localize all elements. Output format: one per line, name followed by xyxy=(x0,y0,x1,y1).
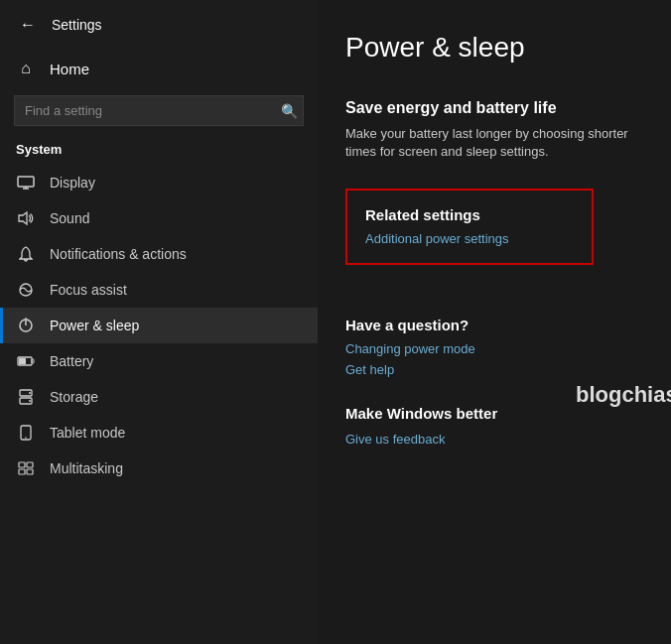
sidebar: ← Settings ⌂ Home 🔍 System Display xyxy=(0,0,318,644)
svg-point-12 xyxy=(29,392,31,394)
power-sleep-icon xyxy=(16,318,36,333)
main-content: Power & sleep Save energy and battery li… xyxy=(318,0,671,644)
save-energy-title: Save energy and battery life xyxy=(345,99,643,117)
multitasking-label: Multitasking xyxy=(50,460,123,476)
sidebar-item-storage[interactable]: Storage xyxy=(0,379,318,415)
focus-assist-label: Focus assist xyxy=(50,282,127,298)
page-title: Power & sleep xyxy=(345,32,643,64)
sidebar-item-battery[interactable]: Battery xyxy=(0,343,318,379)
give-feedback-link[interactable]: Give us feedback xyxy=(345,432,445,447)
home-nav-item[interactable]: ⌂ Home xyxy=(0,50,318,87)
display-icon xyxy=(16,176,36,190)
svg-rect-17 xyxy=(27,462,33,467)
back-icon: ← xyxy=(20,16,36,34)
back-button[interactable]: ← xyxy=(16,12,40,38)
storage-label: Storage xyxy=(50,389,98,405)
sidebar-item-tablet-mode[interactable]: Tablet mode xyxy=(0,415,318,451)
get-help-link[interactable]: Get help xyxy=(345,362,643,377)
svg-rect-19 xyxy=(27,469,33,474)
have-question-title: Have a question? xyxy=(345,317,643,333)
sound-icon xyxy=(16,211,36,225)
watermark: blogchiasekienthuc.com xyxy=(576,382,671,408)
focus-assist-icon xyxy=(16,282,36,298)
sidebar-item-power-sleep[interactable]: Power & sleep xyxy=(0,308,318,343)
svg-rect-8 xyxy=(32,359,34,363)
sidebar-item-multitasking[interactable]: Multitasking xyxy=(0,451,318,486)
question-links: Changing power mode Get help xyxy=(345,341,643,377)
home-label: Home xyxy=(50,61,89,77)
changing-power-mode-link[interactable]: Changing power mode xyxy=(345,341,643,356)
nav-list: Display Sound Notifications & actions xyxy=(0,165,318,644)
settings-title: Settings xyxy=(52,17,102,33)
save-energy-desc: Make your battery last longer by choosin… xyxy=(345,125,643,161)
svg-rect-0 xyxy=(18,177,34,187)
search-button[interactable]: 🔍 xyxy=(281,103,298,119)
search-input[interactable] xyxy=(14,95,304,126)
svg-marker-3 xyxy=(19,212,27,224)
svg-point-13 xyxy=(29,400,31,402)
home-icon: ⌂ xyxy=(16,60,36,77)
notifications-icon xyxy=(16,246,36,262)
sidebar-item-sound[interactable]: Sound xyxy=(0,200,318,236)
related-settings-title: Related settings xyxy=(365,206,574,223)
sidebar-item-display[interactable]: Display xyxy=(0,165,318,200)
tablet-mode-label: Tablet mode xyxy=(50,425,125,441)
svg-point-15 xyxy=(25,437,27,439)
battery-label: Battery xyxy=(50,353,93,369)
tablet-mode-icon xyxy=(16,425,36,441)
system-section-label: System xyxy=(0,136,318,165)
additional-power-settings-link[interactable]: Additional power settings xyxy=(365,231,509,246)
make-windows-better-title: Make Windows better xyxy=(345,405,643,422)
notifications-label: Notifications & actions xyxy=(50,246,187,262)
storage-icon xyxy=(16,389,36,405)
multitasking-icon xyxy=(16,461,36,475)
sound-label: Sound xyxy=(50,210,89,226)
display-label: Display xyxy=(50,175,95,191)
search-icon: 🔍 xyxy=(281,103,298,119)
svg-rect-9 xyxy=(19,358,26,364)
sidebar-header: ← Settings xyxy=(0,0,318,50)
sidebar-item-focus-assist[interactable]: Focus assist xyxy=(0,272,318,308)
sidebar-item-notifications[interactable]: Notifications & actions xyxy=(0,236,318,272)
power-sleep-label: Power & sleep xyxy=(50,318,139,333)
svg-rect-18 xyxy=(19,469,25,474)
related-settings-box: Related settings Additional power settin… xyxy=(345,189,594,265)
battery-icon xyxy=(16,355,36,367)
search-box: 🔍 xyxy=(14,95,304,126)
svg-rect-16 xyxy=(19,462,25,467)
